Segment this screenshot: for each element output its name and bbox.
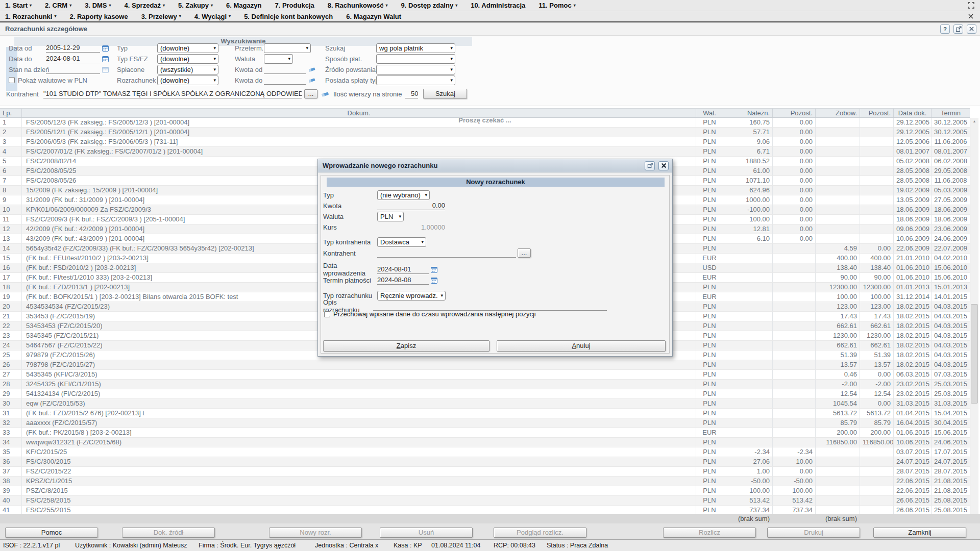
dialog-waluta-select[interactable]: PLN▾ — [377, 212, 404, 221]
footer-button-drukuj[interactable]: Drukuj — [767, 528, 860, 538]
splacone-select[interactable]: (wszystkie)▾ — [157, 65, 218, 74]
data-od-input[interactable]: 2005-12-29 — [46, 44, 100, 53]
footer-button-zamknij[interactable]: Zamknij — [873, 528, 966, 538]
footer-button-usuń[interactable]: Usuń — [380, 528, 473, 538]
submenu-item-5[interactable]: 5. Definicje kont bankowych — [244, 13, 339, 20]
menu-item-9[interactable]: 9. Dostęp zdalny▾ — [401, 2, 464, 9]
table-row[interactable]: 4FS/C/2007/01/2 (FK zaksięg.: FS/C/2007/… — [0, 147, 970, 157]
column-header[interactable]: Dokum. — [21, 109, 696, 117]
kwota-od-input[interactable] — [264, 65, 306, 74]
table-row[interactable]: 31(FK buf.: FZD/2015/2 676) [202-00213] … — [0, 409, 970, 418]
table-row[interactable]: 35KF/C/2015/25PLN-2.34-2.3403.07.201517.… — [0, 447, 970, 457]
footer-button-nowy-rozr-[interactable]: Nowy rozr. — [269, 528, 362, 538]
dialog-kontrahent-browse-button[interactable]: ... — [518, 248, 531, 258]
dialog-kontrahent-input[interactable] — [377, 249, 516, 258]
menu-item-8[interactable]: 8. Rachunkowość▾ — [328, 2, 394, 9]
kwota-do-input[interactable] — [264, 76, 306, 85]
dialog-titlebar[interactable]: Wprowadzanie nowego rozrachunku — [318, 159, 672, 172]
dialog-close-button[interactable] — [658, 161, 669, 170]
scrollbar-thumb[interactable] — [971, 304, 978, 404]
help-button[interactable]: ? — [940, 24, 950, 34]
dialog-opis-input[interactable] — [373, 302, 607, 311]
table-row[interactable]: 36FS/C/300/2015PLN27.0610.0024.07.201524… — [0, 457, 970, 467]
column-header[interactable]: Pozost. — [772, 109, 815, 117]
table-row[interactable]: 2832454325 (KFI/C/1/2015)PLN-2.00-2.0023… — [0, 380, 970, 389]
eraser-icon[interactable] — [308, 66, 315, 72]
dialog-termin-platnosci-input[interactable]: 2024-08-08 — [377, 276, 429, 285]
search-button[interactable]: Szukaj — [423, 89, 467, 99]
eraser-icon[interactable] — [308, 77, 315, 83]
cancel-button[interactable]: Anuluj — [497, 340, 666, 352]
menu-item-4[interactable]: 4. Sprzedaż▾ — [125, 2, 172, 9]
column-header[interactable]: Wal. — [696, 109, 723, 117]
table-row[interactable]: 1FS/2005/12/3 (FK zaksięg.: FS/2005/12/3… — [0, 118, 970, 128]
kontrahent-browse-button[interactable]: ... — [304, 89, 317, 98]
przeterm-select[interactable]: ▾ — [264, 43, 311, 53]
calendar-icon[interactable] — [102, 45, 109, 52]
footer-button-pomoc[interactable]: Pomoc — [5, 528, 98, 538]
typ-fsfz-select[interactable]: (dowolne)▾ — [157, 54, 218, 64]
pokaz-walutowe-checkbox[interactable] — [9, 77, 15, 83]
dialog-popout-button[interactable] — [645, 161, 655, 170]
keep-data-checkbox[interactable] — [324, 311, 330, 317]
dialog-kwota-input[interactable]: 0.00 — [377, 202, 445, 210]
column-header[interactable]: Należn. — [723, 109, 772, 117]
menu-item-6[interactable]: 6. Magazyn — [226, 2, 267, 9]
dialog-data-wprowadzenia-input[interactable]: 2024-08-01 — [377, 265, 429, 274]
zrodlo-powstania-select[interactable]: ▾ — [376, 65, 455, 74]
column-header[interactable]: Pozost. — [860, 109, 893, 117]
footer-button-dok-źródł[interactable]: Dok. źródł — [122, 528, 215, 538]
calendar-icon[interactable] — [102, 56, 109, 62]
column-header[interactable]: Data dok. — [893, 109, 931, 117]
footer-button-rozlicz[interactable]: Rozlicz — [663, 528, 756, 538]
table-row[interactable]: 275435345 (KFI/C/3/2015)PLN0.460.0006.03… — [0, 370, 970, 380]
calendar-icon[interactable] — [431, 277, 437, 284]
calendar-icon[interactable] — [102, 66, 109, 73]
scroll-up-icon[interactable]: ▲ — [970, 118, 978, 124]
table-row[interactable]: 29541324134 (FI/C/2/2015)PLN12.5412.5423… — [0, 389, 970, 399]
table-row[interactable]: 38KPSZ/C/1/2015PLN-50.00-50.0022.06.2015… — [0, 477, 970, 486]
menu-item-11[interactable]: 11. Pomoc▾ — [538, 2, 581, 9]
dialog-typ-kontrahenta-select[interactable]: Dostawca▾ — [377, 237, 426, 247]
kontrahent-input[interactable]: "101 STUDIO DTP" TOMASZ TĘGI I SPÓŁKA SP… — [43, 90, 302, 98]
table-row[interactable]: 34wwqwqw312321 (FZ/C/2015/68)PLN116850.0… — [0, 438, 970, 447]
close-module-icon[interactable] — [966, 12, 976, 21]
menu-item-1[interactable]: 1. Start▾ — [5, 2, 38, 9]
column-header[interactable]: Termin — [931, 109, 970, 117]
rows-per-page-input[interactable]: 50 — [405, 90, 418, 98]
data-do-input[interactable]: 2024-08-01 — [46, 55, 100, 63]
table-row[interactable]: 26798798 (FZ/C/2015/27)PLN13.5713.5718.0… — [0, 360, 970, 370]
footer-button-podgląd-rozlicz-[interactable]: Podgląd rozlicz. — [494, 528, 586, 538]
menu-item-5[interactable]: 5. Zakupy▾ — [178, 2, 219, 9]
rozrachunek-z-select[interactable]: (dowolne)▾ — [157, 76, 218, 85]
stan-na-dzien-input[interactable] — [46, 65, 100, 74]
fullscreen-icon[interactable] — [966, 1, 976, 10]
menu-item-2[interactable]: 2. CRM▾ — [45, 2, 78, 9]
sposob-plat-select[interactable]: ▾ — [376, 54, 455, 64]
menu-item-10[interactable]: 10. Administracja — [471, 2, 531, 9]
table-row[interactable]: 33(FK buf.: PK/2015/8 ) [203-2-00213]EUR… — [0, 428, 970, 438]
close-panel-button[interactable] — [967, 24, 976, 34]
typ-select[interactable]: (dowolne)▾ — [157, 43, 218, 53]
column-header[interactable]: Zobow. — [815, 109, 860, 117]
menu-item-7[interactable]: 7. Produkcja — [275, 2, 320, 9]
table-row[interactable]: 2FS/2005/12/1 (FK zaksięg.: FS/2005/12/1… — [0, 128, 970, 137]
submenu-item-6[interactable]: 6. Magazyn Walut — [346, 13, 407, 20]
waluta-select[interactable]: ▾ — [264, 54, 293, 64]
table-row[interactable]: 3FS/2006/05/3 (FK zaksięg.: FS/2006/05/3… — [0, 137, 970, 147]
popout-button[interactable] — [953, 24, 963, 34]
table-row[interactable]: 39PSZ/C/8/2015PLN100.00100.0022.06.20152… — [0, 486, 970, 496]
submenu-item-1[interactable]: 1. Rozrachunki▾ — [5, 13, 62, 20]
column-header[interactable]: Lp. — [0, 109, 21, 117]
menu-item-3[interactable]: 3. DMS▾ — [85, 2, 117, 9]
submenu-item-4[interactable]: 4. Wyciągi▾ — [194, 13, 237, 20]
table-row[interactable]: 30eqw (FZ/C/2015/53)PLN1045.540.0031.03.… — [0, 399, 970, 409]
table-row[interactable]: 32aaaxxxx (FZ/C/2015/57)PLN85.7985.7916.… — [0, 418, 970, 428]
eraser-icon[interactable] — [321, 91, 329, 97]
submenu-item-3[interactable]: 3. Przelewy▾ — [141, 13, 187, 20]
szukaj-wg-select[interactable]: wg pola płatnik▾ — [376, 43, 455, 53]
table-scrollbar[interactable]: ▲ ▼ — [970, 118, 978, 523]
dialog-typ-rozrachunku-select[interactable]: Ręcznie wprowadz.▾ — [377, 291, 446, 300]
calendar-icon[interactable] — [431, 266, 437, 273]
dialog-typ-select[interactable]: (nie wybrano)▾ — [377, 190, 430, 200]
